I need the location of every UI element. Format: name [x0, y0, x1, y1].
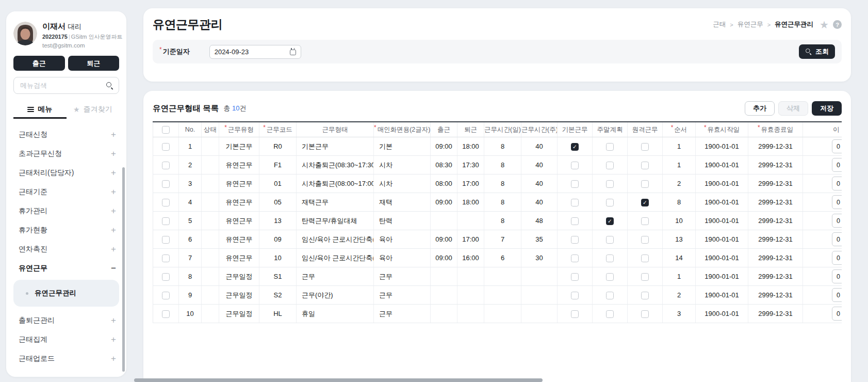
sidebar-menu-item[interactable]: 근태기준+ [13, 182, 119, 201]
basic-checkbox[interactable] [571, 236, 579, 244]
extra-value-input[interactable]: 0 [832, 269, 842, 283]
row-select-checkbox[interactable] [162, 217, 170, 225]
remote-checkbox[interactable] [641, 273, 649, 281]
expand-icon[interactable]: + [111, 244, 116, 254]
weekend-checkbox[interactable] [606, 254, 614, 262]
extra-value-input[interactable]: 0 [832, 177, 842, 190]
breadcrumb-item[interactable]: 유연근무 [738, 20, 763, 29]
select-all-checkbox[interactable] [162, 126, 170, 134]
search-button[interactable]: 조회 [799, 44, 835, 59]
check-out-button[interactable]: 퇴근 [68, 56, 120, 71]
weekend-checkbox[interactable] [606, 310, 614, 318]
basic-checkbox[interactable] [571, 199, 579, 206]
remote-checkbox[interactable] [641, 292, 649, 299]
cell-hours_week [521, 286, 558, 305]
cell-weekend [593, 305, 628, 323]
sidebar-scrollbar[interactable] [122, 167, 125, 372]
weekend-checkbox[interactable] [606, 273, 614, 281]
row-select-checkbox[interactable] [162, 162, 170, 169]
weekend-checkbox[interactable] [606, 236, 614, 244]
row-select-checkbox[interactable] [162, 199, 170, 206]
remote-checkbox[interactable] [641, 180, 649, 188]
extra-value-input[interactable]: 0 [832, 139, 842, 153]
remote-checkbox[interactable] [641, 236, 649, 244]
basic-checkbox[interactable] [571, 292, 579, 299]
row-select-checkbox[interactable] [162, 236, 170, 244]
basic-checkbox[interactable] [571, 143, 579, 151]
sidebar-menu-item[interactable]: 초과근무신청+ [13, 144, 119, 163]
row-select-checkbox[interactable] [162, 292, 170, 299]
tab-menu[interactable]: 메뉴 [13, 102, 67, 119]
basic-checkbox[interactable] [571, 310, 579, 318]
basic-checkbox[interactable] [571, 273, 579, 281]
sidebar-menu-item[interactable]: 근태처리(담당자)+ [13, 163, 119, 182]
weekend-checkbox[interactable] [606, 199, 614, 206]
expand-icon[interactable]: + [111, 149, 116, 159]
sidebar-menu-item[interactable]: 휴가현황+ [13, 220, 119, 240]
expand-icon[interactable]: + [111, 354, 116, 364]
sidebar-menu-item[interactable]: 연차촉진+ [13, 240, 119, 259]
remote-checkbox[interactable] [641, 254, 649, 262]
row-select-checkbox[interactable] [162, 254, 170, 262]
add-button[interactable]: 추가 [745, 101, 775, 116]
remote-checkbox[interactable] [641, 162, 649, 169]
breadcrumb-item[interactable]: 근태 [713, 20, 726, 29]
sidebar-menu-item[interactable]: 출퇴근관리+ [13, 311, 119, 330]
search-icon[interactable] [106, 82, 113, 89]
cell-check_in: 08:30 [431, 156, 457, 174]
basic-checkbox[interactable] [571, 254, 579, 262]
expand-icon[interactable]: + [111, 225, 116, 235]
extra-value-input[interactable]: 0 [832, 288, 842, 302]
expand-icon[interactable]: + [111, 206, 116, 216]
remote-checkbox[interactable] [641, 217, 649, 225]
sidebar-menu-item[interactable]: 근태업로드+ [13, 349, 119, 368]
extra-value-input[interactable]: 0 [832, 195, 842, 209]
basic-checkbox[interactable] [571, 180, 579, 188]
menu-search-box[interactable] [13, 77, 119, 94]
basic-checkbox[interactable] [571, 162, 579, 169]
tab-favorites[interactable]: ★ 즐겨찾기 [67, 102, 120, 117]
horizontal-scrollbar[interactable] [134, 378, 543, 382]
extra-value-input[interactable]: 0 [832, 251, 842, 265]
row-select-checkbox[interactable] [162, 273, 170, 281]
favorite-star-icon[interactable]: ★ [820, 20, 829, 30]
weekend-checkbox[interactable] [606, 162, 614, 169]
sidebar-menu-item[interactable]: 근태집계+ [13, 330, 119, 349]
remote-checkbox[interactable] [641, 199, 649, 206]
weekend-checkbox[interactable] [606, 143, 614, 151]
check-in-button[interactable]: 출근 [13, 56, 65, 71]
row-select-checkbox[interactable] [162, 143, 170, 151]
sidebar-menu-item[interactable]: 유연근무− [13, 259, 119, 278]
expand-icon[interactable]: + [111, 187, 116, 197]
expand-icon[interactable]: + [111, 315, 116, 326]
cell-basic [558, 212, 593, 230]
remote-checkbox[interactable] [641, 143, 649, 151]
weekend-checkbox[interactable] [606, 292, 614, 299]
weekend-checkbox[interactable] [606, 180, 614, 188]
menu-search-input[interactable] [19, 81, 106, 90]
base-date-input[interactable]: 2024-09-23 [209, 45, 301, 59]
remote-checkbox[interactable] [641, 310, 649, 318]
column-header-extra: 이 [803, 122, 842, 137]
extra-value-input[interactable]: 0 [832, 232, 842, 246]
extra-value-input[interactable]: 0 [832, 307, 842, 321]
expand-icon[interactable]: + [111, 168, 116, 178]
row-select-checkbox[interactable] [162, 180, 170, 188]
weekend-checkbox[interactable] [606, 217, 614, 225]
help-icon[interactable]: ? [833, 20, 842, 29]
basic-checkbox[interactable] [571, 217, 579, 225]
cell-remote [628, 137, 663, 156]
extra-value-input[interactable]: 0 [832, 158, 842, 172]
extra-value-input[interactable]: 0 [832, 214, 842, 228]
sidebar-submenu-item[interactable]: 유연근무관리 [13, 283, 119, 304]
cell-remote [628, 212, 663, 230]
expand-icon[interactable]: + [111, 130, 116, 140]
save-button[interactable]: 저장 [812, 101, 842, 116]
table-row: 5유연근무13탄력근무/휴일대체탄력848101900-01-012999-12… [153, 212, 842, 230]
collapse-icon[interactable]: − [111, 263, 116, 274]
sidebar-menu-item[interactable]: 휴가관리+ [13, 201, 119, 220]
calendar-icon[interactable] [290, 50, 296, 55]
sidebar-menu-item[interactable]: 근태신청+ [13, 125, 119, 144]
expand-icon[interactable]: + [111, 335, 116, 345]
row-select-checkbox[interactable] [162, 310, 170, 318]
